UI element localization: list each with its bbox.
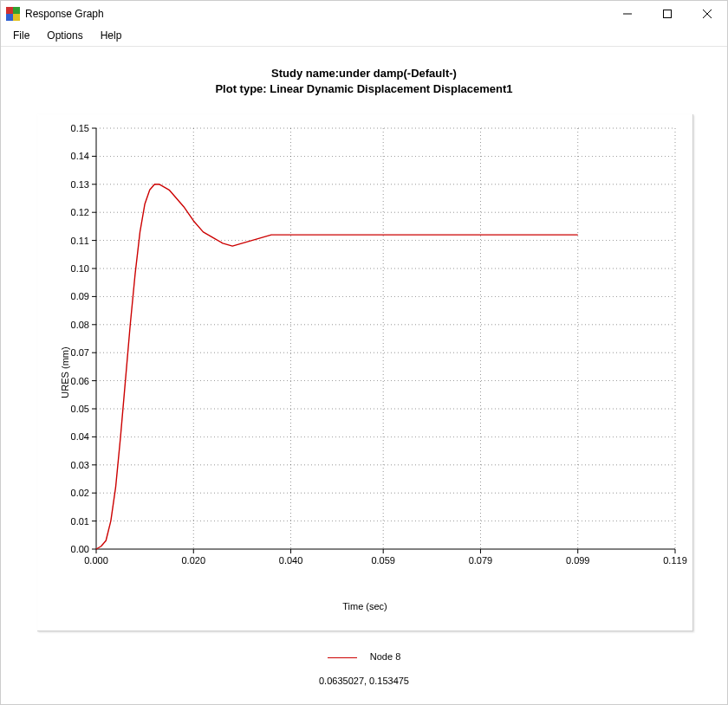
svg-text:0.099: 0.099 [566, 555, 590, 566]
svg-rect-0 [6, 7, 13, 14]
svg-text:0.00: 0.00 [71, 544, 89, 554]
svg-text:0.02: 0.02 [71, 488, 89, 498]
svg-text:0.000: 0.000 [84, 555, 108, 566]
svg-text:0.14: 0.14 [71, 151, 89, 161]
svg-text:0.10: 0.10 [71, 263, 89, 274]
legend-swatch [328, 657, 357, 658]
svg-text:0.059: 0.059 [371, 555, 395, 566]
menu-bar: File Options Help [1, 27, 727, 47]
menu-help[interactable]: Help [92, 28, 131, 43]
chart-title-line1: Study name:under damp(-Default-) [271, 67, 457, 80]
title-bar: Response Graph [1, 1, 727, 27]
cursor-coordinates: 0.0635027, 0.153475 [1, 676, 727, 686]
svg-text:0.15: 0.15 [71, 123, 89, 133]
svg-rect-5 [664, 10, 672, 18]
window-title: Response Graph [25, 8, 608, 20]
svg-text:0.040: 0.040 [279, 555, 303, 566]
svg-rect-3 [13, 14, 20, 21]
minimize-button[interactable] [608, 1, 647, 27]
x-axis-label: Time (sec) [37, 601, 692, 611]
chart-area: Study name:under damp(-Default-) Plot ty… [1, 47, 727, 704]
window: Response Graph File Options Help Study n… [0, 0, 728, 705]
svg-text:0.079: 0.079 [469, 555, 493, 566]
plot-canvas[interactable]: 0.0000.0200.0400.0590.0790.0990.1190.000… [88, 125, 684, 570]
plot-panel: URES (mm) Time (sec) 0.0000.0200.0400.05… [37, 114, 693, 631]
chart-title: Study name:under damp(-Default-) Plot ty… [1, 66, 727, 96]
window-controls [608, 1, 727, 27]
svg-text:0.11: 0.11 [71, 236, 89, 246]
svg-text:0.03: 0.03 [71, 460, 89, 470]
maximize-button[interactable] [647, 1, 687, 27]
svg-text:0.09: 0.09 [71, 291, 89, 301]
svg-text:0.01: 0.01 [71, 516, 89, 527]
legend: Node 8 [1, 651, 727, 662]
menu-file[interactable]: File [4, 28, 38, 43]
close-button[interactable] [687, 1, 727, 27]
y-axis-label: URES (mm) [60, 346, 70, 398]
menu-options[interactable]: Options [38, 28, 91, 43]
svg-rect-2 [6, 14, 13, 21]
svg-text:0.05: 0.05 [71, 404, 89, 414]
svg-text:0.020: 0.020 [182, 555, 206, 566]
svg-text:0.119: 0.119 [663, 555, 687, 566]
svg-text:0.13: 0.13 [71, 179, 89, 190]
svg-text:0.08: 0.08 [71, 320, 89, 330]
svg-text:0.06: 0.06 [71, 376, 89, 386]
svg-text:0.04: 0.04 [71, 431, 89, 442]
app-icon [6, 7, 20, 21]
legend-series-label: Node 8 [370, 651, 400, 662]
svg-text:0.12: 0.12 [71, 207, 89, 217]
chart-title-line2: Plot type: Linear Dynamic Displacement D… [215, 82, 512, 95]
svg-rect-1 [13, 7, 20, 14]
svg-text:0.07: 0.07 [71, 347, 89, 358]
